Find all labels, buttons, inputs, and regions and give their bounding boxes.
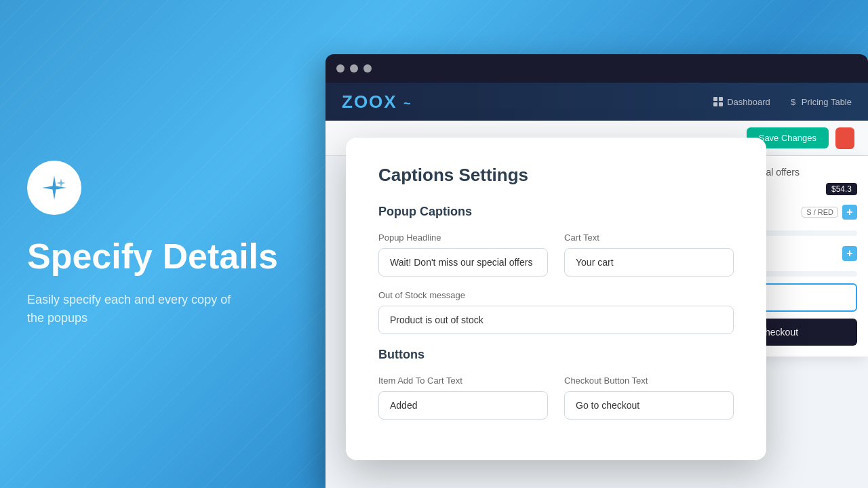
cart-text-input[interactable] (564, 248, 734, 277)
browser-dot-3 (363, 64, 372, 73)
out-of-stock-label: Out of Stock message (378, 290, 734, 300)
browser-mockup: ZOOX ~ Dashboard $ Pric (326, 54, 868, 488)
item-add-label: Item Add To Cart Text (378, 375, 548, 386)
item-add-input[interactable] (378, 391, 548, 420)
popup-captions-section-title: Popup Captions (378, 205, 734, 219)
logo-circle (27, 161, 81, 215)
buttons-section-title: Buttons (378, 348, 734, 362)
buttons-section: Buttons Item Add To Cart Text Checkout B… (378, 348, 734, 420)
browser-content: ZOOX ~ Dashboard $ Pric (326, 83, 868, 488)
browser-bar (326, 54, 868, 83)
out-of-stock-row: Out of Stock message (378, 290, 734, 334)
cart-text-group: Cart Text (564, 232, 734, 277)
captions-settings-modal: Captions Settings Popup Captions Popup H… (346, 138, 766, 460)
popup-headline-row: Popup Headline Cart Text (378, 232, 734, 277)
page-title: Specify Details (27, 237, 319, 277)
out-of-stock-group: Out of Stock message (378, 290, 734, 334)
checkout-button-input[interactable] (564, 391, 734, 420)
buttons-row: Item Add To Cart Text Checkout Button Te… (378, 375, 734, 420)
cart-text-label: Cart Text (564, 232, 734, 243)
item-add-group: Item Add To Cart Text (378, 375, 548, 420)
sparkle-icon (41, 174, 68, 201)
browser-dot-2 (350, 64, 358, 73)
left-panel: Specify Details Easily specify each and … (27, 0, 319, 488)
modal-overlay: Captions Settings Popup Captions Popup H… (326, 83, 868, 488)
popup-headline-label: Popup Headline (378, 232, 548, 243)
modal-title: Captions Settings (378, 165, 734, 186)
checkout-button-label: Checkout Button Text (564, 375, 734, 386)
out-of-stock-input[interactable] (378, 306, 734, 334)
popup-headline-group: Popup Headline (378, 232, 548, 277)
checkout-button-group: Checkout Button Text (564, 375, 734, 420)
popup-headline-input[interactable] (378, 248, 548, 277)
page-subtitle: Easily specify each and every copy of th… (27, 291, 244, 327)
browser-dot-1 (336, 64, 344, 73)
